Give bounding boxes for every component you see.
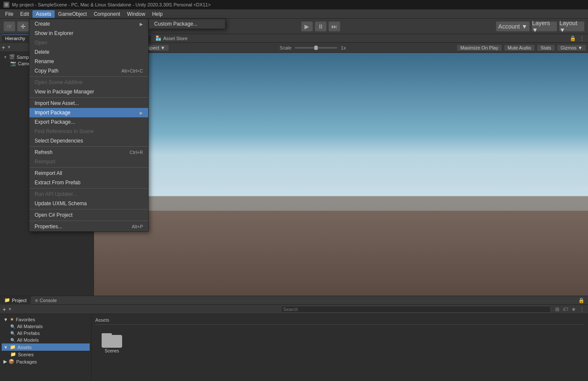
ctx-export-pkg-label: Export Package... (35, 119, 75, 125)
scenes-tree-item[interactable]: 📁 Scenes (2, 351, 90, 358)
svg-point-0 (5, 3, 8, 6)
hand-tool-btn[interactable]: ☞ (3, 21, 15, 32)
scenes-asset-label: Scenes (105, 349, 119, 353)
ctx-sep-5 (29, 188, 148, 189)
packages-tree-item[interactable]: ▶ 📦 Packages (2, 358, 90, 365)
ctx-extract-from-prefab[interactable]: Extract From Prefab (29, 178, 148, 187)
ctx-open-csharp[interactable]: Open C# Project (29, 210, 148, 220)
menu-help[interactable]: Help (149, 10, 166, 18)
menu-window[interactable]: Window (123, 10, 149, 18)
maximize-label: Maximize On Play (460, 45, 498, 50)
custom-package-item[interactable]: Custom Package... (149, 19, 225, 29)
project-add-btn[interactable]: + (3, 306, 6, 313)
ctx-export-package[interactable]: Export Package... (29, 117, 148, 127)
ctx-import-package[interactable]: Import Package ▶ (29, 108, 148, 117)
ctx-api-updater-label: Run API Updater... (35, 191, 77, 197)
scenes-asset-item[interactable]: Scenes (97, 330, 127, 355)
project-add-arrow[interactable]: ▼ (8, 307, 12, 311)
ctx-rename[interactable]: Rename (29, 57, 148, 66)
ctx-reimport: Reimport (29, 157, 148, 166)
scale-handle[interactable] (314, 46, 318, 50)
all-prefabs-item[interactable]: 🔍 All Prefabs (2, 330, 90, 337)
menu-component[interactable]: Component (90, 10, 123, 18)
packages-arrow: ▶ (3, 359, 7, 364)
hierarchy-add-btn[interactable]: + (2, 44, 5, 51)
all-models-item[interactable]: 🔍 All Models (2, 337, 90, 343)
layers-btn[interactable]: Layers ▼ (532, 21, 557, 32)
packages-icon: 📦 (9, 359, 15, 364)
ctx-reimport-all[interactable]: Reimport All (29, 169, 148, 178)
ctx-create-label: Create (35, 21, 50, 27)
scale-label: Scale (280, 45, 292, 50)
bottom-more-icon[interactable]: ⋮ (579, 306, 585, 312)
ctx-view-package-manager[interactable]: View in Package Manager (29, 87, 148, 96)
scale-slider[interactable] (295, 47, 337, 49)
hierarchy-add-arrow[interactable]: ▼ (7, 45, 11, 49)
menu-file[interactable]: File (2, 10, 17, 18)
ctx-refresh-label: Refresh (35, 149, 53, 155)
ctx-extract-label: Extract From Prefab (35, 180, 80, 186)
ctx-import-pkg-label: Import Package (35, 110, 70, 116)
menu-assets[interactable]: Assets (32, 10, 55, 18)
scenes-folder-icon: 📁 (10, 352, 16, 357)
game-toolbar: Display 1 ▼ Free Aspect ▼ Scale 1x Maxim… (94, 43, 588, 53)
asset-store-tab[interactable]: 🏪 Asset Store (151, 34, 192, 43)
ctx-import-pkg-arrow: ▶ (140, 111, 143, 115)
all-prefabs-label: All Prefabs (17, 331, 40, 336)
search-by-label-icon[interactable]: 🏷 (562, 306, 569, 312)
ctx-reimport-all-label: Reimport All (35, 170, 62, 176)
gizmos-btn[interactable]: Gizmos ▼ (557, 44, 586, 51)
bottom-tab-bar: 📁 Project ≡ Console 🔒 (0, 296, 588, 305)
aspect-arrow: ▼ (161, 45, 165, 50)
packages-label: Packages (16, 359, 37, 364)
project-tab[interactable]: 📁 Project (0, 296, 31, 305)
ctx-import-new-asset[interactable]: Import New Asset... (29, 99, 148, 108)
layout-btn[interactable]: Layout ▼ (559, 21, 585, 32)
menu-edit[interactable]: Edit (17, 10, 32, 18)
pause-btn[interactable]: ⏸ (315, 21, 327, 32)
all-materials-item[interactable]: 🔍 All Materials (2, 323, 90, 330)
svg-rect-3 (94, 186, 588, 211)
center-panel: ⊞ Scene 🎮 Game 🏪 Asset Store 🔒 ⋮ Display… (94, 34, 588, 296)
ctx-create[interactable]: Create ▶ (29, 19, 148, 29)
console-tab-label: Console (40, 298, 57, 303)
stats-btn[interactable]: Stats (537, 44, 555, 51)
camera-icon: 📷 (10, 61, 16, 66)
favorites-icon[interactable]: ★ (570, 306, 577, 312)
favorites-item[interactable]: ▼ ★ Favorites (2, 316, 90, 323)
account-btn[interactable]: Account ▼ (496, 21, 530, 32)
menu-gameobject[interactable]: GameObject (55, 10, 90, 18)
ctx-refresh[interactable]: Refresh Ctrl+R (29, 148, 148, 157)
gizmos-label: Gizmos (561, 45, 576, 50)
project-search-input[interactable] (281, 306, 551, 313)
maximize-on-play-btn[interactable]: Maximize On Play (456, 44, 502, 51)
center-more-icon[interactable]: ⋮ (579, 35, 585, 41)
assets-folder-icon: 📁 (10, 344, 16, 350)
ctx-sep-1 (29, 76, 148, 77)
play-btn[interactable]: ▶ (301, 21, 313, 32)
assets-tree-item[interactable]: ▼ 📁 Assets (2, 343, 90, 351)
ctx-properties[interactable]: Properties... Alt+P (29, 222, 148, 231)
ctx-update-uxml[interactable]: Update UXML Schema (29, 199, 148, 208)
ctx-find-references: Find References In Scene (29, 127, 148, 136)
ctx-show-label: Show in Explorer (35, 30, 73, 36)
bottom-panel: 📁 Project ≡ Console 🔒 + ▼ ⊞ 🏷 ★ ⋮ ▼ ★ Fa… (0, 296, 588, 381)
mute-audio-btn[interactable]: Mute Audio (504, 44, 535, 51)
svg-rect-1 (94, 53, 588, 198)
ctx-delete[interactable]: Delete (29, 47, 148, 57)
scene-icon: 🎬 (9, 54, 15, 60)
search-by-type-icon[interactable]: ⊞ (554, 306, 560, 312)
hierarchy-tab[interactable]: Hierarchy (2, 35, 29, 42)
ctx-copy-path-shortcut: Alt+Ctrl+C (121, 68, 143, 73)
search-icon-2: 🔍 (10, 331, 15, 336)
move-tool-btn[interactable]: ✛ (17, 21, 29, 32)
center-lock-icon[interactable]: 🔒 (569, 35, 577, 41)
stats-label: Stats (541, 45, 551, 50)
console-tab[interactable]: ≡ Console (31, 296, 61, 305)
ctx-select-dep-label: Select Dependencies (35, 138, 83, 144)
ctx-select-dependencies[interactable]: Select Dependencies (29, 136, 148, 145)
bottom-lock-icon[interactable]: 🔒 (577, 297, 585, 303)
ctx-copy-path[interactable]: Copy Path Alt+Ctrl+C (29, 66, 148, 76)
ctx-show-in-explorer[interactable]: Show in Explorer (29, 29, 148, 38)
step-btn[interactable]: ⏭ (328, 21, 340, 32)
